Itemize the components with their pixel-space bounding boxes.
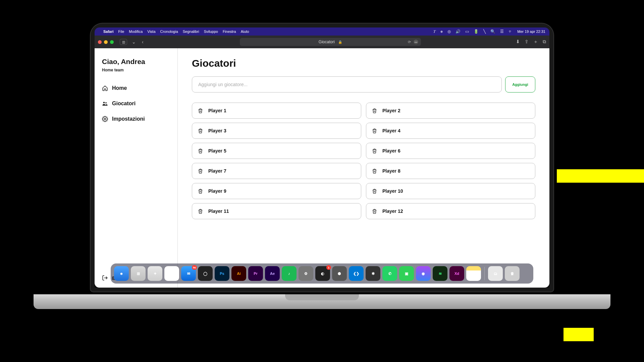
dock-app-photoshop[interactable]: Ps [215,266,229,281]
trash-icon[interactable] [198,168,203,174]
player-card: Player 11 [192,203,361,219]
status-icon[interactable]: 𝑇 [433,29,436,34]
trash-icon[interactable] [372,148,377,154]
player-card: Player 9 [192,183,361,199]
dock-app-trash[interactable]: 🗑 [505,266,520,281]
dock-app-safari[interactable]: ✦ [148,266,162,281]
menubar-item[interactable]: File [118,29,124,34]
display-icon[interactable]: ▭ [465,29,469,34]
dock-app-xd[interactable]: Xd [449,266,464,281]
svg-point-0 [103,102,105,104]
battery-icon[interactable]: 🔋 [474,29,479,34]
dock-app-obs[interactable]: ◯ [198,266,213,281]
menubar-item[interactable]: Sviluppo [204,29,218,34]
share-icon[interactable]: ⇪ [525,39,529,45]
dock-app-whatsapp[interactable]: ✆ [382,266,397,281]
minimize-window-button[interactable] [104,40,108,44]
tabs-overview-icon[interactable]: ⧉ [543,39,546,45]
menubar-item[interactable]: Modifica [129,29,143,34]
sidebar-item-label: Impostazioni [112,116,145,122]
player-name: Player 5 [208,148,226,154]
dock-app-illustrator[interactable]: Ai [231,266,246,281]
page-title-addr: Giocatori [319,40,335,44]
player-name: Player 11 [208,208,229,214]
spotlight-icon[interactable]: 🔍 [490,29,495,34]
add-player-button[interactable]: Aggiungi [505,76,535,93]
trash-icon[interactable] [198,208,203,214]
dock-app-siri[interactable]: ◉ [416,266,431,281]
dock-app-vscode[interactable]: ❮❯ [349,266,364,281]
address-bar[interactable]: Giocatori 🔒 ⟳ ••• [240,38,421,46]
add-player-input[interactable] [192,76,502,93]
dock-app-mail[interactable]: ✉56 [181,266,196,281]
trash-icon[interactable] [198,148,203,154]
trash-icon[interactable] [372,128,377,133]
dock-app-app2[interactable]: ✱ [366,266,380,281]
dock-app-unity[interactable]: ⬢ [332,266,347,281]
sidebar-toggle-button[interactable]: ▥ [120,39,127,45]
menubar-item[interactable]: Finestra [223,29,236,34]
player-name: Player 9 [208,188,226,194]
player-card: Player 2 [366,103,535,119]
chevron-down-icon[interactable]: ⌄ [130,39,137,45]
fullscreen-window-button[interactable] [110,40,114,44]
trash-icon[interactable] [372,168,377,174]
laptop-notch [285,294,359,300]
menubar-item[interactable]: Vista [147,29,155,34]
window-controls [98,40,114,44]
new-tab-icon[interactable]: ＋ [533,39,538,45]
menubar-app-name[interactable]: Safari [103,29,114,34]
status-icon[interactable]: ⎈ [440,29,443,34]
trash-icon[interactable] [372,188,377,194]
dock-app-launchpad[interactable]: ⊞ [131,266,146,281]
sidebar-item-impostazioni[interactable]: Impostazioni [102,116,170,122]
dock-app-audio[interactable]: ≋ [433,266,447,281]
status-icon[interactable]: ◎ [447,29,451,34]
status-icon[interactable]: ╲ [483,29,486,34]
laptop-bezel: Safari File Modifica Vista Cronologia Se… [91,23,553,292]
trash-icon[interactable] [372,108,377,113]
player-name: Player 4 [382,128,400,133]
dock-badge: 56 [192,265,197,270]
volume-icon[interactable]: 🔊 [455,29,461,34]
sidebar-item-home[interactable]: Home [102,85,170,91]
svg-point-1 [105,102,107,104]
trash-icon[interactable] [198,188,203,194]
sidebar-item-giocatori[interactable]: Giocatori [102,101,170,107]
safari-toolbar: ▥ ⌄ ‹ Giocatori 🔒 ⟳ ••• ⬇ ⇪ ＋ ⧉ [95,36,549,48]
back-button[interactable]: ‹ [141,39,145,45]
laptop-base [34,294,610,309]
downloads-icon[interactable]: ⬇ [516,39,520,45]
dock-app-premiere[interactable]: Pr [248,266,263,281]
menubar-datetime[interactable]: Mer 19 apr 22:31 [517,29,545,34]
wifi-icon[interactable]: ᯤ [508,29,513,34]
reload-icon[interactable]: ⟳ [408,40,411,44]
menubar-item[interactable]: Aiuto [241,29,249,34]
control-center-icon[interactable]: ☰ [500,29,504,34]
player-card: Player 8 [366,163,535,179]
trash-icon[interactable] [372,208,377,214]
close-window-button[interactable] [98,40,102,44]
dock-app-folder[interactable]: 🗂 [488,266,503,281]
decorative-yellow-strip [557,169,644,183]
dock-app-cinema4d[interactable]: ◐1 [315,266,330,281]
dock-app-aftereffects[interactable]: Ae [265,266,280,281]
dock-app-facetime[interactable]: ▣ [399,266,414,281]
trash-icon[interactable] [198,128,203,133]
player-name: Player 7 [208,168,226,174]
dock-app-chrome[interactable]: ◉ [164,266,179,281]
players-icon [102,101,108,107]
dock-app-finder[interactable]: ☻ [114,266,129,281]
trash-icon[interactable] [198,108,203,113]
gear-icon [102,116,108,122]
menubar-item[interactable]: Cronologia [160,29,178,34]
dock-app-notes[interactable] [466,266,481,281]
dock-app-spotify[interactable]: ♪ [282,266,297,281]
player-card: Player 4 [366,123,535,139]
player-name: Player 1 [208,108,226,113]
dock-app-settings[interactable]: ⚙ [299,266,313,281]
player-name: Player 3 [208,128,226,133]
menubar-item[interactable]: Segnalibri [183,29,199,34]
player-name: Player 8 [382,168,400,174]
privacy-badge-icon[interactable]: ••• [414,40,418,44]
